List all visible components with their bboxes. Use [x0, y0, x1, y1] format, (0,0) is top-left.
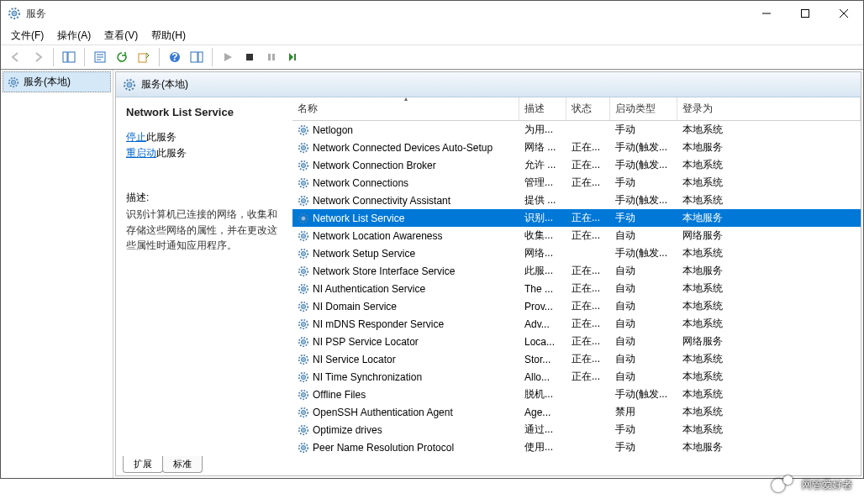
cell-status: 正在... — [566, 211, 610, 225]
col-logon-as[interactable]: 登录为 — [677, 97, 861, 120]
svg-rect-11 — [246, 54, 253, 60]
selected-service-title: Network List Service — [126, 106, 284, 118]
gear-icon — [298, 371, 309, 383]
cell-description: Stor... — [519, 354, 566, 365]
service-name-text: Network Connected Devices Auto-Setup — [313, 142, 493, 154]
cell-name: Network Connected Devices Auto-Setup — [292, 142, 519, 154]
col-startup-type[interactable]: 启动类型 — [610, 97, 677, 120]
cell-description: 网络 ... — [519, 140, 566, 155]
close-button[interactable] — [824, 1, 863, 26]
cell-startup: 手动(触发... — [610, 387, 677, 402]
gear-icon — [298, 248, 309, 260]
app-gear-icon — [8, 7, 21, 20]
cell-status: 正在... — [566, 281, 610, 296]
menu-file[interactable]: 文件(F) — [4, 27, 50, 45]
cell-name: Optimize drives — [292, 424, 519, 436]
gear-icon — [7, 76, 20, 89]
service-name-text: Network Location Awareness — [313, 230, 443, 242]
help-button[interactable]: ? — [165, 47, 185, 67]
list-header: 名称▴ 描述 状态 启动类型 登录为 — [292, 97, 861, 121]
service-row[interactable]: NI Authentication ServiceThe ...正在...自动本… — [292, 280, 861, 297]
service-row[interactable]: NI Domain ServiceProv...正在...自动本地系统 — [292, 297, 861, 315]
cell-logon: 本地系统 — [677, 299, 861, 313]
cell-status: 正在... — [566, 176, 610, 190]
svg-text:?: ? — [171, 51, 177, 63]
menu-view[interactable]: 查看(V) — [97, 27, 145, 45]
service-name-text: Network Connectivity Assistant — [313, 195, 450, 207]
tree-node-label: 服务(本地) — [24, 75, 71, 89]
gear-icon — [123, 78, 136, 92]
menu-action[interactable]: 操作(A) — [50, 27, 97, 45]
titlebar[interactable]: 服务 — [1, 1, 863, 26]
service-row[interactable]: Network Connection Broker允许 ...正在...手动(触… — [292, 156, 861, 174]
service-row[interactable]: Network Store Interface Service此服...正在..… — [292, 262, 861, 280]
minimize-button[interactable] — [747, 1, 786, 26]
service-row[interactable]: Network Connected Devices Auto-Setup网络 .… — [292, 139, 861, 156]
restart-link[interactable]: 重启动 — [126, 147, 156, 159]
cell-description: Prov... — [519, 301, 566, 312]
restart-service-button[interactable] — [283, 47, 303, 67]
tab-extended[interactable]: 扩展 — [123, 456, 163, 473]
service-name-text: Offline Files — [313, 389, 366, 401]
svg-rect-3 — [63, 52, 67, 62]
col-status[interactable]: 状态 — [566, 97, 610, 120]
svg-point-48 — [301, 375, 305, 379]
service-row[interactable]: NI Time SynchronizationAllo...正在...自动本地系… — [292, 368, 861, 386]
col-name[interactable]: 名称▴ — [292, 97, 519, 120]
cell-name: NI Service Locator — [292, 354, 519, 365]
service-list: 名称▴ 描述 状态 启动类型 登录为 Netlogon为用...手动本地系统Ne… — [292, 97, 861, 457]
refresh-button[interactable] — [112, 47, 132, 67]
service-row[interactable]: Optimize drives通过...手动本地系统 — [292, 421, 861, 438]
services-window: 服务 文件(F) 操作(A) 查看(V) 帮助(H) ? — [0, 0, 864, 479]
action-pane-button[interactable] — [187, 47, 207, 67]
service-row[interactable]: Peer Name Resolution Protocol使用...手动本地服务 — [292, 438, 861, 456]
gear-icon — [298, 160, 309, 171]
service-row[interactable]: Network Setup Service网络...手动(触发...本地系统 — [292, 244, 861, 262]
menubar: 文件(F) 操作(A) 查看(V) 帮助(H) — [1, 26, 863, 45]
svg-point-22 — [301, 145, 305, 150]
col-description[interactable]: 描述 — [519, 97, 566, 120]
svg-point-46 — [301, 357, 305, 361]
service-row[interactable]: NI PSP Service LocatorLoca...正在...自动网络服务 — [292, 333, 861, 350]
properties-button[interactable] — [90, 47, 110, 67]
svg-point-32 — [301, 234, 305, 238]
service-row[interactable]: Offline Files脱机...手动(触发...本地系统 — [292, 386, 861, 403]
cell-status: 正在... — [566, 140, 610, 155]
cell-status: 正在... — [566, 334, 610, 349]
service-row[interactable]: Network List Service识别...正在...手动本地服务 — [292, 209, 861, 227]
service-row[interactable]: Network Connectivity Assistant提供 ...手动(触… — [292, 192, 861, 209]
tree-sidebar: 服务(本地) — [1, 70, 113, 478]
cell-startup: 禁用 — [610, 405, 677, 419]
cell-status: 正在... — [566, 352, 610, 366]
stop-service-button[interactable] — [240, 47, 260, 67]
content-title: 服务(本地) — [141, 77, 188, 92]
service-row[interactable]: Netlogon为用...手动本地系统 — [292, 121, 861, 139]
show-hide-tree-button[interactable] — [59, 47, 79, 67]
svg-point-1 — [12, 11, 17, 16]
tab-standard[interactable]: 标准 — [162, 456, 203, 473]
cell-description: 管理... — [519, 176, 566, 190]
cell-status: 正在... — [566, 370, 610, 384]
cell-name: Network Connection Broker — [292, 160, 519, 171]
gear-icon — [298, 283, 309, 295]
svg-point-26 — [301, 181, 305, 185]
gear-icon — [298, 230, 309, 242]
service-row[interactable]: NI mDNS Responder ServiceAdv...正在...自动本地… — [292, 315, 861, 333]
service-row[interactable]: Network Location Awareness收集...正在...自动网络… — [292, 227, 861, 244]
svg-rect-6 — [139, 54, 146, 62]
cell-description: 识别... — [519, 211, 566, 225]
service-row[interactable]: OpenSSH Authentication AgentAge...禁用本地系统 — [292, 403, 861, 421]
cell-logon: 本地系统 — [677, 423, 861, 437]
cell-name: NI Authentication Service — [292, 283, 519, 295]
export-list-button[interactable] — [134, 47, 154, 67]
menu-help[interactable]: 帮助(H) — [145, 27, 192, 45]
service-row[interactable]: NI Service LocatorStor...正在...自动本地系统 — [292, 350, 861, 368]
stop-link[interactable]: 停止 — [126, 131, 146, 143]
list-rows[interactable]: Netlogon为用...手动本地系统Network Connected Dev… — [292, 121, 861, 457]
service-row[interactable]: Network Connections管理...正在...手动本地系统 — [292, 174, 861, 192]
cell-startup: 手动(触发... — [610, 246, 677, 260]
gear-icon — [298, 195, 309, 207]
maximize-button[interactable] — [786, 1, 824, 26]
cell-description: Adv... — [519, 318, 566, 330]
tree-node-services-local[interactable]: 服务(本地) — [3, 71, 111, 92]
